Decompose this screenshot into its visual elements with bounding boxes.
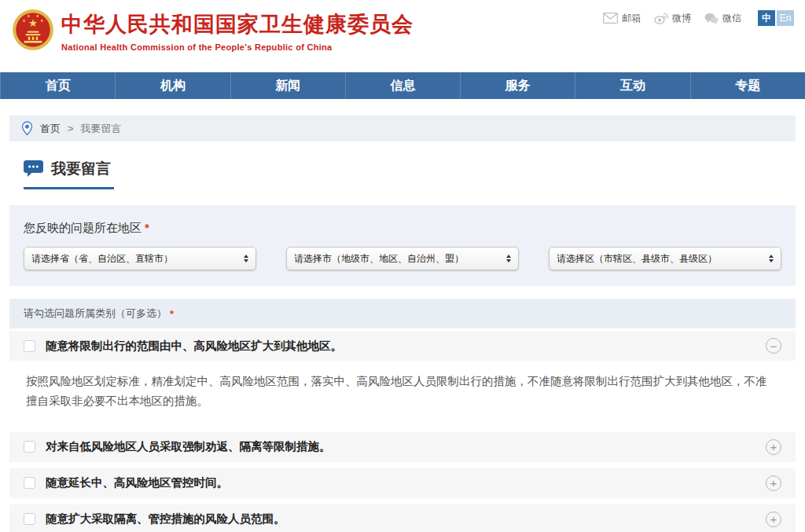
nav-item[interactable]: 首页: [0, 72, 115, 99]
category-description: 按照风险地区划定标准，精准划定中、高风险地区范围，落实中、高风险地区人员限制出行…: [9, 361, 796, 426]
site-subtitle: National Health Commission of the People…: [61, 42, 414, 52]
breadcrumb: 首页 > 我要留言: [9, 116, 796, 141]
nav-item[interactable]: 互动: [575, 72, 689, 99]
category-row[interactable]: 对来自低风险地区人员采取强制劝返、隔离等限制措施。 +: [9, 432, 796, 462]
region-label: 您反映的问题所在地区*: [24, 221, 781, 236]
expand-toggle-icon[interactable]: +: [766, 439, 781, 455]
required-asterisk: *: [170, 308, 174, 320]
nav-item[interactable]: 服务: [460, 72, 575, 99]
category-list: 随意将限制出行的范围由中、高风险地区扩大到其他地区。 − 按照风险地区划定标准，…: [9, 331, 796, 532]
province-select[interactable]: 请选择省（省、自治区、直辖市）: [24, 247, 256, 270]
wechat-link[interactable]: 微信: [704, 12, 741, 25]
region-panel: 您反映的问题所在地区* 请选择省（省、自治区、直辖市） 请选择市（地级市、地区、…: [9, 205, 796, 286]
wechat-label: 微信: [722, 12, 741, 25]
city-select[interactable]: 请选择市（地级市、地区、自治州、盟）: [286, 247, 519, 270]
category-title: 随意延长中、高风险地区管控时间。: [46, 475, 755, 490]
category-row[interactable]: 随意扩大采取隔离、管控措施的风险人员范围。 +: [9, 504, 796, 532]
page-title: 我要留言: [24, 159, 114, 189]
expand-toggle-icon[interactable]: +: [766, 512, 781, 527]
category-checkbox[interactable]: [24, 441, 35, 453]
expand-toggle-icon[interactable]: −: [766, 338, 781, 354]
svg-text:★: ★: [28, 17, 38, 29]
mail-label: 邮箱: [622, 12, 641, 25]
breadcrumb-home-link[interactable]: 首页: [40, 122, 61, 136]
category-checkbox[interactable]: [24, 513, 35, 525]
category-row[interactable]: 随意延长中、高风险地区管控时间。 +: [9, 468, 796, 498]
site-title: 中华人民共和国国家卫生健康委员会: [61, 10, 414, 39]
category-title: 对来自低风险地区人员采取强制劝返、隔离等限制措施。: [46, 439, 755, 454]
nav-item[interactable]: 新闻: [230, 72, 345, 99]
nav-item[interactable]: 机构: [115, 72, 230, 99]
quick-links: 邮箱 微博 微信 中 En: [603, 10, 794, 26]
weibo-label: 微博: [672, 12, 691, 25]
nav-item[interactable]: 信息: [345, 72, 460, 99]
message-icon: [24, 160, 43, 178]
category-section: 请勾选问题所属类别（可多选）* 随意将限制出行的范围由中、高风险地区扩大到其他地…: [9, 299, 796, 532]
city-select-value: 请选择市（地级市、地区、自治州、盟）: [294, 252, 506, 266]
svg-text:★: ★: [35, 13, 39, 18]
svg-text:★: ★: [22, 18, 26, 23]
category-row[interactable]: 随意将限制出行的范围由中、高风险地区扩大到其他地区。 −: [9, 331, 796, 361]
expand-toggle-icon[interactable]: +: [766, 475, 781, 491]
svg-text:★: ★: [27, 13, 31, 18]
brand: ★ ★ ★ ★ ★ 中华人民共和国国家卫生健康委员会 National Heal…: [0, 0, 805, 53]
district-select-value: 请选择区（市辖区、县级市、县级区）: [557, 252, 769, 266]
category-title: 随意将限制出行的范围由中、高风险地区扩大到其他地区。: [46, 339, 755, 354]
mail-link[interactable]: 邮箱: [603, 12, 641, 25]
lang-toggle-english[interactable]: En: [777, 10, 794, 26]
page-title-text: 我要留言: [51, 159, 111, 179]
breadcrumb-current: 我要留言: [81, 122, 122, 136]
weibo-link[interactable]: 微博: [654, 12, 691, 25]
select-arrows-icon: [769, 255, 774, 262]
category-header: 请勾选问题所属类别（可多选）*: [9, 299, 796, 328]
national-emblem-logo: ★ ★ ★ ★ ★: [10, 8, 56, 53]
site-header: ★ ★ ★ ★ ★ 中华人民共和国国家卫生健康委员会 National Heal…: [0, 0, 805, 72]
mail-icon: [603, 13, 618, 24]
district-select[interactable]: 请选择区（市辖区、县级市、县级区）: [549, 247, 781, 270]
category-title: 随意扩大采取隔离、管控措施的风险人员范围。: [46, 512, 755, 526]
region-select-row: 请选择省（省、自治区、直辖市） 请选择市（地级市、地区、自治州、盟） 请选择区（…: [24, 247, 781, 270]
category-checkbox[interactable]: [24, 477, 35, 489]
page-container: 首页 > 我要留言 我要留言 您反映的问题所在地区* 请选择省（省、自治区、直辖…: [9, 116, 796, 532]
select-arrows-icon: [244, 255, 248, 262]
language-toggle: 中 En: [758, 10, 794, 26]
lang-toggle-chinese[interactable]: 中: [758, 10, 775, 26]
weibo-icon: [654, 12, 668, 24]
select-arrows-icon: [506, 255, 511, 262]
breadcrumb-separator: >: [68, 123, 74, 134]
svg-text:★: ★: [40, 18, 44, 23]
location-pin-icon: [21, 121, 33, 136]
nav-item[interactable]: 专题: [690, 72, 805, 99]
required-asterisk: *: [145, 221, 149, 234]
province-select-value: 请选择省（省、自治区、直辖市）: [31, 252, 244, 266]
wechat-icon: [704, 13, 719, 24]
main-nav: 首页 机构 新闻 信息 服务 互动 专题: [0, 72, 805, 99]
brand-text: 中华人民共和国国家卫生健康委员会 National Health Commiss…: [61, 10, 414, 52]
category-checkbox[interactable]: [24, 340, 35, 352]
